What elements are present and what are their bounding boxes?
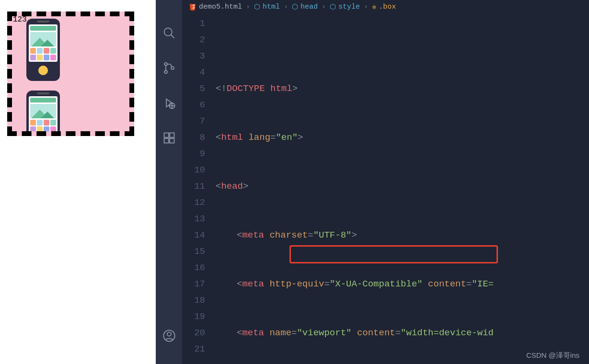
chevron-icon: ›	[364, 3, 368, 11]
svg-rect-11	[170, 138, 174, 143]
extensions-icon[interactable]	[162, 131, 176, 147]
debug-icon[interactable]	[162, 96, 176, 112]
chevron-icon: ›	[322, 3, 326, 11]
svg-line-1	[171, 35, 174, 38]
watermark: CSDN @泽哥ins	[526, 351, 579, 360]
svg-point-4	[171, 67, 174, 69]
breadcrumb-item[interactable]: ⬡ html	[254, 2, 280, 11]
chevron-icon: ›	[246, 3, 250, 11]
search-icon[interactable]	[162, 26, 176, 42]
source-control-icon[interactable]	[162, 61, 176, 77]
chevron-icon: ›	[284, 3, 288, 11]
breadcrumb-item[interactable]: ⬡ style	[330, 2, 360, 11]
phone-icon	[24, 19, 62, 81]
svg-point-0	[164, 28, 172, 36]
code-content[interactable]: <!DOCTYPE html> <html lang="en"> <head> …	[216, 15, 589, 364]
svg-point-14	[167, 332, 171, 336]
breadcrumb-item[interactable]: ✲ .box	[372, 2, 396, 11]
phone-icon	[24, 91, 62, 136]
code-area[interactable]: 123456789101112131415161718192021 <!DOCT…	[182, 11, 589, 364]
line-gutter: 123456789101112131415161718192021	[182, 15, 216, 364]
svg-rect-9	[164, 133, 168, 137]
browser-preview: 123	[0, 0, 156, 364]
account-icon[interactable]	[162, 329, 176, 345]
svg-rect-10	[164, 138, 168, 143]
breadcrumb-item[interactable]: ⬡ head	[292, 2, 318, 11]
highlight-box	[289, 245, 498, 263]
demo-box: 123	[7, 11, 134, 136]
breadcrumb-file: demo5.html	[199, 3, 242, 11]
svg-point-3	[164, 70, 167, 73]
html-file-icon	[189, 3, 196, 11]
activity-bar	[156, 0, 182, 364]
code-editor: demo5.html › ⬡ html › ⬡ head › ⬡ style ›…	[156, 0, 589, 364]
svg-rect-12	[170, 133, 174, 137]
breadcrumb[interactable]: demo5.html › ⬡ html › ⬡ head › ⬡ style ›…	[182, 0, 589, 11]
svg-point-2	[164, 63, 167, 66]
